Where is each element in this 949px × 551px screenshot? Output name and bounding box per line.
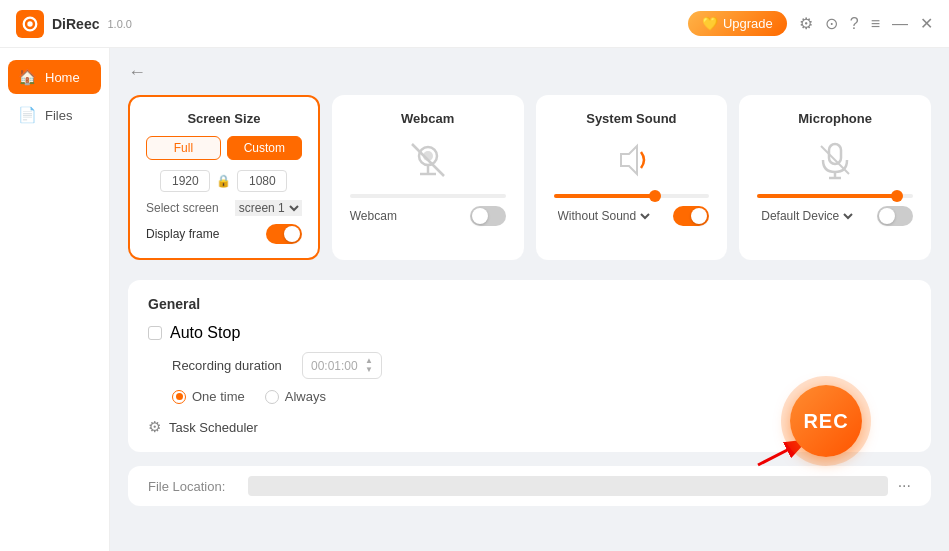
app-version: 1.0.0 (107, 18, 131, 30)
task-scheduler-label: Task Scheduler (169, 420, 258, 435)
webcam-toggle[interactable] (470, 206, 506, 226)
webcam-icon (404, 136, 452, 184)
auto-stop-row: Auto Stop (148, 324, 911, 342)
mic-toggle[interactable] (877, 206, 913, 226)
titlebar: DiReec 1.0.0 💛 Upgrade ⚙ ⊙ ? ≡ — ✕ (0, 0, 949, 48)
rec-button[interactable]: REC (790, 385, 862, 457)
gear-icon[interactable]: ⊙ (825, 14, 838, 33)
close-icon[interactable]: ✕ (920, 14, 933, 33)
spinner-down[interactable]: ▼ (365, 366, 373, 374)
sound-slider-fill (554, 194, 655, 198)
flame-icon[interactable]: ⚙ (799, 14, 813, 33)
content-area: ← Screen Size Full Custom 🔒 (110, 48, 949, 551)
file-path-bar (248, 476, 888, 496)
display-frame-row: Display frame (146, 224, 302, 244)
back-button[interactable]: ← (128, 62, 146, 83)
webcam-label: Webcam (350, 209, 397, 223)
duration-value: 00:01:00 (311, 359, 358, 373)
sidebar-item-home-label: Home (45, 70, 80, 85)
svg-marker-7 (621, 146, 637, 174)
screen-select[interactable]: screen 1 screen 2 (235, 200, 302, 216)
width-input[interactable] (160, 170, 210, 192)
screen-size-title: Screen Size (146, 111, 302, 126)
sound-bottom-row: Without Sound With Sound (554, 206, 710, 226)
sound-slider-row (554, 194, 710, 198)
titlebar-left: DiReec 1.0.0 (16, 10, 132, 38)
display-frame-label: Display frame (146, 227, 219, 241)
sound-icon (607, 136, 655, 184)
webcam-slider-row (350, 194, 506, 198)
webcam-slider-track[interactable] (350, 194, 506, 198)
mic-bottom-row: Default Device (757, 206, 913, 226)
full-size-button[interactable]: Full (146, 136, 221, 160)
system-sound-title: System Sound (554, 111, 710, 126)
cards-row: Screen Size Full Custom 🔒 Select screen … (128, 95, 931, 260)
recording-duration-row: Recording duration 00:01:00 ▲ ▼ (148, 352, 911, 379)
files-icon: 📄 (18, 106, 37, 124)
file-more-button[interactable]: ··· (898, 477, 911, 495)
sidebar: 🏠 Home 📄 Files (0, 48, 110, 551)
always-radio[interactable]: Always (265, 389, 326, 404)
height-input[interactable] (237, 170, 287, 192)
custom-size-button[interactable]: Custom (227, 136, 302, 160)
size-buttons: Full Custom (146, 136, 302, 160)
svg-point-1 (27, 21, 32, 26)
mic-slider-thumb (891, 190, 903, 202)
one-time-radio-btn (172, 390, 186, 404)
one-time-radio[interactable]: One time (172, 389, 245, 404)
mic-toggle-thumb (879, 208, 895, 224)
sidebar-item-home[interactable]: 🏠 Home (8, 60, 101, 94)
sidebar-item-files-label: Files (45, 108, 72, 123)
toggle-thumb (284, 226, 300, 242)
mic-slider-row (757, 194, 913, 198)
always-radio-btn (265, 390, 279, 404)
upgrade-icon: 💛 (702, 16, 718, 31)
mic-device-select[interactable]: Default Device (757, 208, 856, 224)
minimize-icon[interactable]: — (892, 15, 908, 33)
home-icon: 🏠 (18, 68, 37, 86)
sound-toggle[interactable] (673, 206, 709, 226)
sound-slider-thumb (649, 190, 661, 202)
recording-duration-label: Recording duration (172, 358, 292, 373)
auto-stop-label: Auto Stop (170, 324, 240, 342)
sidebar-item-files[interactable]: 📄 Files (8, 98, 101, 132)
rec-label: REC (803, 410, 848, 433)
mic-icon (811, 136, 859, 184)
one-time-label: One time (192, 389, 245, 404)
menu-icon[interactable]: ≡ (871, 15, 880, 33)
mic-slider-track[interactable] (757, 194, 913, 198)
system-sound-card: System Sound (536, 95, 728, 260)
screen-size-card: Screen Size Full Custom 🔒 Select screen … (128, 95, 320, 260)
always-label: Always (285, 389, 326, 404)
webcam-card: Webcam (332, 95, 524, 260)
one-time-radio-dot (176, 393, 183, 400)
upgrade-label: Upgrade (723, 16, 773, 31)
help-icon[interactable]: ? (850, 15, 859, 33)
select-screen-label: Select screen (146, 201, 219, 215)
select-screen-row: Select screen screen 1 screen 2 (146, 200, 302, 216)
webcam-bottom-row: Webcam (350, 206, 506, 226)
gear-icon-small: ⚙ (148, 418, 161, 436)
dimensions-row: 🔒 (146, 170, 302, 192)
sound-toggle-thumb (691, 208, 707, 224)
app-logo (16, 10, 44, 38)
upgrade-button[interactable]: 💛 Upgrade (688, 11, 787, 36)
rec-container: REC (781, 376, 871, 466)
mic-slider-fill (757, 194, 897, 198)
general-title: General (148, 296, 911, 312)
microphone-card: Microphone (739, 95, 931, 260)
sound-slider-track[interactable] (554, 194, 710, 198)
content-inner: ← Screen Size Full Custom 🔒 (128, 62, 931, 506)
webcam-title: Webcam (350, 111, 506, 126)
duration-spinners: ▲ ▼ (365, 357, 373, 374)
auto-stop-checkbox[interactable] (148, 326, 162, 340)
main-layout: 🏠 Home 📄 Files ← Screen Size Full Custom (0, 48, 949, 551)
app-name: DiReec (52, 16, 99, 32)
rec-outer-ring: REC (781, 376, 871, 466)
sound-select[interactable]: Without Sound With Sound (554, 208, 653, 224)
duration-input-wrapper: 00:01:00 ▲ ▼ (302, 352, 382, 379)
display-frame-toggle[interactable] (266, 224, 302, 244)
lock-icon: 🔒 (216, 174, 231, 188)
spinner-up[interactable]: ▲ (365, 357, 373, 365)
file-location-label: File Location: (148, 479, 238, 494)
